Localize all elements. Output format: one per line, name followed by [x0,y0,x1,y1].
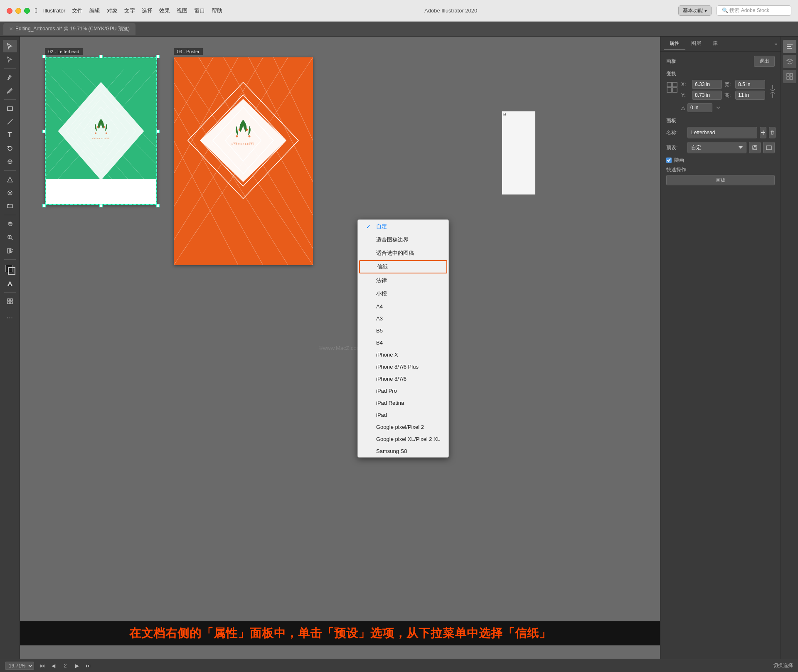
dropdown-item-google-pixel2[interactable]: ✓ Google pixel/Pixel 2 [358,421,448,433]
stock-search[interactable]: 🔍 搜索 Adobe Stock [717,5,791,16]
tab-properties[interactable]: 属性 [664,37,685,50]
dropdown-item-iphone-876plus[interactable]: ✓ iPhone 8/7/6 Plus [358,361,448,373]
more-tools[interactable]: … [3,310,17,322]
artboard-03[interactable]: NATURALISTS [174,57,313,265]
dropdown-item-letter[interactable]: ✓ 信纸 [359,260,447,273]
menu-window[interactable]: 窗口 [193,5,206,16]
menu-select[interactable]: 选择 [141,5,153,16]
svg-rect-68 [672,88,677,92]
dropdown-item-ipad-retina[interactable]: ✓ iPad Retina [358,397,448,409]
height-input[interactable] [735,91,765,100]
rotate-input[interactable] [687,103,712,112]
exit-button[interactable]: 退出 [754,56,775,67]
artboard-quick-btn[interactable]: 画板 [666,175,775,185]
dropdown-item-a3[interactable]: ✓ A3 [358,313,448,325]
page-number: 2 [61,663,69,669]
menu-file[interactable]: 文件 [71,5,84,16]
empty-checkmark-13: ✓ [366,388,373,394]
dropdown-item-fit-selected[interactable]: ✓ 适合选中的图稿 [358,246,448,260]
menu-help[interactable]: 帮助 [211,5,223,16]
first-page-btn[interactable]: ⏮ [39,662,46,670]
follow-checkbox[interactable] [666,158,672,163]
close-button[interactable] [7,8,12,14]
menu-object[interactable]: 对象 [106,5,118,16]
dropdown-item-ipad[interactable]: ✓ iPad [358,409,448,421]
fill-stroke-tool[interactable] [3,262,17,276]
next-page-btn[interactable]: ▶ [74,662,80,670]
scale-tool[interactable] [3,155,17,168]
properties-panel: 属性 图层 库 » 画板 退出 变换 [660,37,781,659]
artboard-name-input[interactable] [687,127,757,138]
link-proportions[interactable] [768,80,777,100]
dropdown-item-tabloid[interactable]: ✓ 小报 [358,287,448,300]
menu-edit[interactable]: 编辑 [89,5,101,16]
artboard-02-container[interactable]: 02 - Letterhead [45,57,157,205]
minimize-button[interactable] [15,8,21,14]
rotate-dropdown-icon[interactable] [715,104,722,111]
fullscreen-button[interactable] [24,8,30,14]
dropdown-item-ipad-pro[interactable]: ✓ iPad Pro [358,385,448,397]
pen-tool[interactable] [3,71,17,84]
reflect-tool[interactable] [3,244,17,257]
artboard-tool[interactable] [3,187,17,199]
layers-icon-btn[interactable] [783,55,796,68]
direct-selection-tool[interactable] [3,53,17,66]
menu-effect[interactable]: 效果 [158,5,171,16]
height-label: 高: [724,92,733,99]
save-preset-btn[interactable] [749,142,761,153]
dropdown-item-custom[interactable]: ✓ 自定 [358,220,448,233]
menu-illustrator[interactable]: Illustrator [42,6,66,15]
rectangle-tool[interactable] [3,102,17,115]
canvas-area[interactable]: ©www.MacZ.com 02 - Letterhead [20,37,660,659]
dropdown-item-google-pixel2xl[interactable]: ✓ Google pixel XL/Pixel 2 XL [358,433,448,445]
dropdown-item-samsung-s8[interactable]: ✓ Samsung S8 [358,445,448,457]
zoom-select[interactable]: 19.71% [5,662,34,670]
zoom-tool[interactable] [3,231,17,244]
library-icon-btn[interactable] [783,70,796,83]
shape-builder-tool[interactable] [3,173,17,186]
width-input[interactable] [735,80,765,89]
dropdown-item-a4[interactable]: ✓ A4 [358,300,448,313]
line-tool[interactable] [3,116,17,128]
svg-rect-16 [7,302,10,304]
x-input[interactable] [692,80,722,89]
preset-dropdown[interactable]: ✓ 自定 ✓ 适合图稿边界 ✓ 适合选中的图稿 ✓ 信纸 ✓ 法律 ✓ 小报 [357,219,449,458]
properties-icon-btn[interactable] [783,40,796,53]
follow-artboard-row: 随画 [666,157,775,164]
hand-tool[interactable] [3,218,17,230]
menu-view[interactable]: 视图 [176,5,188,16]
selection-tool[interactable] [3,40,17,52]
tab-library[interactable]: 库 [707,37,724,50]
type-tool[interactable]: T [3,129,17,141]
dropdown-item-iphone-x[interactable]: ✓ iPhone X [358,349,448,361]
dropdown-item-b5[interactable]: ✓ B5 [358,325,448,337]
artboard-03-container[interactable]: 03 - Poster [174,57,313,265]
document-tab[interactable]: ✕ Editing_Artboards.ai* @ 19.71% (CMYK/G… [3,23,135,35]
artboard-manager-tool[interactable] [3,295,17,308]
landscape-btn[interactable] [763,142,775,153]
add-artboard-btn[interactable] [760,127,766,138]
svg-point-8 [9,192,11,194]
tab-layers[interactable]: 图层 [685,37,707,50]
dropdown-item-legal[interactable]: ✓ 法律 [358,274,448,287]
delete-artboard-btn[interactable] [769,127,776,138]
dropdown-item-b4[interactable]: ✓ B4 [358,337,448,349]
last-page-btn[interactable]: ⏭ [85,662,91,670]
svg-line-47 [273,57,313,140]
preset-select[interactable]: 自定 [687,142,746,153]
artboard-02[interactable]: NATURALISTS [45,57,157,205]
free-transform-tool[interactable] [3,200,17,212]
y-input[interactable] [692,91,722,100]
dropdown-item-fit-artwork[interactable]: ✓ 适合图稿边界 [358,233,448,246]
basic-function-button[interactable]: 基本功能 ▾ [678,5,712,16]
color-guide-tool[interactable] [3,277,17,290]
title-bar-right: 基本功能 ▾ 🔍 搜索 Adobe Stock [678,5,791,16]
rotate-tool[interactable] [3,142,17,155]
tab-close-icon[interactable]: ✕ [9,26,13,32]
prev-page-btn[interactable]: ◀ [51,662,56,670]
dropdown-item-iphone-876[interactable]: ✓ iPhone 8/7/6 [358,373,448,385]
menu-text[interactable]: 文字 [123,5,136,16]
empty-checkmark: ✓ [366,237,373,243]
panel-expand-icon[interactable]: » [774,41,777,47]
pencil-tool[interactable] [3,84,17,97]
